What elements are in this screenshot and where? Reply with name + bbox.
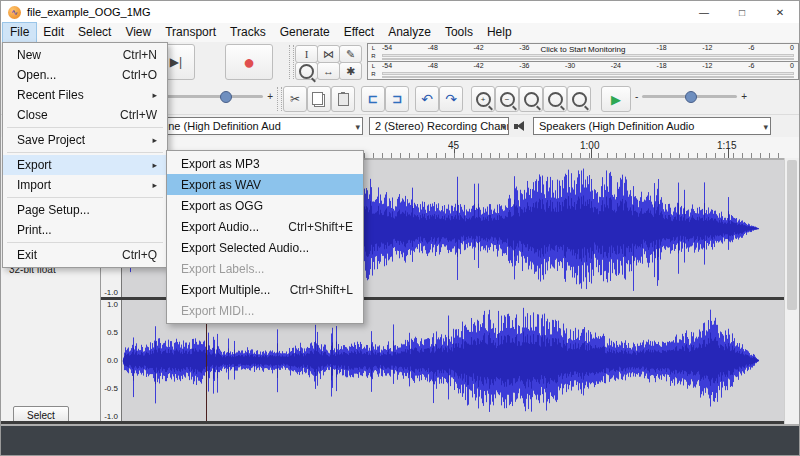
maximize-button[interactable]: □	[723, 1, 761, 23]
redo-button[interactable]: ↷	[439, 86, 463, 112]
silence-audio-icon: ⊐	[392, 92, 402, 106]
play-at-speed-icon: ▶	[611, 92, 621, 107]
speed-minus-label: -	[635, 91, 638, 102]
multi-tool-button[interactable]: ✱	[339, 62, 362, 80]
speaker-icon	[514, 121, 528, 132]
export-menu-item-mp3[interactable]: Export as MP3	[167, 153, 363, 174]
menubar-item-help[interactable]: Help	[480, 23, 519, 42]
export-menu-item-wav[interactable]: Export as WAV	[167, 174, 363, 195]
close-button[interactable]: ✕	[761, 1, 799, 23]
menu-separator	[7, 127, 163, 128]
toolbar-grip[interactable]	[277, 87, 282, 111]
recording-meter[interactable]: LR -54-48-42-36-30-24-18-12-60 Click to …	[367, 43, 799, 62]
dropdown-arrow-icon: ▾	[763, 119, 768, 135]
timeshift-tool-button[interactable]: ↔	[317, 62, 340, 80]
dropdown-arrow-icon: ▾	[355, 119, 360, 135]
undo-icon: ↶	[421, 91, 433, 107]
copy-button[interactable]	[307, 86, 331, 112]
menubar-item-view[interactable]: View	[118, 23, 158, 42]
menu-separator	[7, 197, 163, 198]
zoom-toggle-icon	[572, 92, 587, 107]
copy-icon	[312, 92, 323, 105]
zoom-tool-button[interactable]	[295, 62, 318, 80]
draw-tool-button[interactable]: ✎	[339, 45, 362, 63]
audacity-logo-icon: ∿	[8, 6, 21, 19]
menubar-item-effect[interactable]: Effect	[337, 23, 381, 42]
file-menu-item-new[interactable]: NewCtrl+N	[3, 45, 167, 65]
export-menu-item-selected-audio[interactable]: Export Selected Audio...	[167, 237, 363, 258]
menu-separator	[7, 152, 163, 153]
file-menu-item-save-project[interactable]: Save Project▸	[3, 130, 167, 150]
selection-tool-button[interactable]: I	[295, 45, 318, 63]
minimize-button[interactable]: —	[685, 1, 723, 23]
menubar-item-select[interactable]: Select	[71, 23, 118, 42]
play-speed-slider[interactable]: - +	[635, 91, 747, 102]
trim-audio-icon: ⊏	[368, 92, 378, 106]
playback-meter-bars	[382, 72, 794, 78]
trim-audio-button[interactable]: ⊏	[361, 86, 385, 112]
menubar-item-analyze[interactable]: Analyze	[381, 23, 438, 42]
file-menu-item-page-setup[interactable]: Page Setup...	[3, 200, 167, 220]
zoom-out-button[interactable]: −	[495, 86, 519, 112]
record-button[interactable]: ●	[225, 44, 273, 80]
fit-project-button[interactable]	[543, 86, 567, 112]
silence-audio-button[interactable]: ⊐	[385, 86, 409, 112]
scrollbar-thumb[interactable]	[787, 160, 797, 310]
menu-bar: File Edit Select View Transport Tracks G…	[1, 23, 799, 43]
menu-separator	[7, 242, 163, 243]
timeline-label: 1:15	[717, 140, 736, 151]
playback-meter[interactable]: LR -54-48-42-36-30-24-18-12-60	[367, 61, 799, 80]
zoom-out-icon: −	[500, 92, 515, 107]
menubar-item-file[interactable]: File	[3, 23, 36, 42]
menubar-item-transport[interactable]: Transport	[158, 23, 223, 42]
recording-meter-channel-labels: LR	[369, 44, 378, 60]
file-menu-item-exit[interactable]: ExitCtrl+Q	[3, 245, 167, 265]
speed-slider-thumb[interactable]	[685, 91, 697, 103]
timeshift-tool-icon: ↔	[323, 65, 334, 77]
paste-button[interactable]	[331, 86, 355, 112]
selection-tool-icon: I	[305, 48, 309, 60]
record-icon: ●	[243, 52, 255, 72]
toolbar-grip[interactable]	[289, 45, 294, 79]
zoom-in-button[interactable]: +	[471, 86, 495, 112]
timeline-label: 1:00	[580, 140, 599, 151]
export-menu-item-multiple[interactable]: Export Multiple...Ctrl+Shift+L	[167, 279, 363, 300]
monitoring-message[interactable]: Click to Start Monitoring	[535, 45, 632, 54]
file-menu-item-import[interactable]: Import▸	[3, 175, 167, 195]
zoom-tool-icon	[299, 64, 314, 79]
window-title: file_example_OOG_1MG	[27, 6, 151, 18]
playback-device-select[interactable]: Speakers (High Definition Audio▾	[533, 117, 771, 135]
zoom-toggle-button[interactable]	[567, 86, 591, 112]
fit-selection-button[interactable]	[519, 86, 543, 112]
envelope-tool-button[interactable]: ⋈	[317, 45, 340, 63]
file-menu-item-print[interactable]: Print...	[3, 220, 167, 240]
recording-channels-select[interactable]: 2 (Stereo) Recording Chann▾	[369, 117, 509, 135]
multi-tool-icon: ✱	[346, 65, 355, 78]
slider-track[interactable]	[160, 95, 263, 98]
menubar-item-tracks[interactable]: Tracks	[223, 23, 273, 42]
menubar-item-generate[interactable]: Generate	[273, 23, 337, 42]
export-submenu: Export as MP3 Export as WAV Export as OG…	[166, 150, 364, 324]
menubar-item-tools[interactable]: Tools	[438, 23, 480, 42]
redo-icon: ↷	[445, 91, 457, 107]
slider-thumb[interactable]	[220, 91, 232, 103]
track-bottom-border	[1, 421, 784, 424]
file-menu-item-export[interactable]: Export▸	[3, 155, 167, 175]
speed-slider-track[interactable]	[642, 95, 737, 98]
export-menu-item-audio[interactable]: Export Audio...Ctrl+Shift+E	[167, 216, 363, 237]
menubar-item-edit[interactable]: Edit	[36, 23, 71, 42]
speed-plus-label: +	[741, 91, 747, 102]
undo-button[interactable]: ↶	[415, 86, 439, 112]
draw-tool-icon: ✎	[346, 48, 355, 61]
file-menu-item-open[interactable]: Open...Ctrl+O	[3, 65, 167, 85]
file-menu-item-recent-files[interactable]: Recent Files▸	[3, 85, 167, 105]
play-at-speed-button[interactable]: ▶	[601, 86, 631, 112]
dropdown-arrow-icon: ▾	[501, 119, 506, 135]
export-menu-item-ogg[interactable]: Export as OGG	[167, 195, 363, 216]
vertical-scrollbar[interactable]	[784, 158, 799, 424]
title-bar: ∿ file_example_OOG_1MG — □ ✕	[1, 1, 799, 24]
cut-button[interactable]: ✂	[283, 86, 307, 112]
submenu-arrow-icon: ▸	[152, 90, 157, 100]
mixer-volume-slider[interactable]: - +	[153, 91, 273, 102]
file-menu-item-close[interactable]: CloseCtrl+W	[3, 105, 167, 125]
